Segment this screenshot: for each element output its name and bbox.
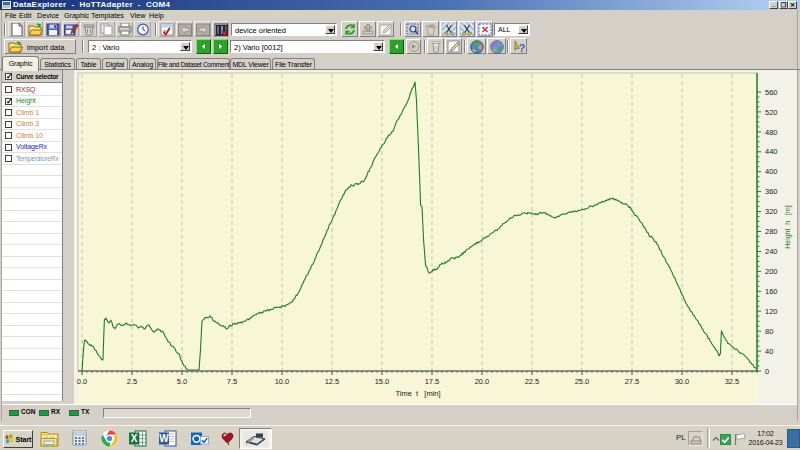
svg-text:40: 40 [765,347,773,356]
svg-text:200: 200 [765,267,778,276]
svg-text:2.5: 2.5 [127,377,137,386]
svg-text:400: 400 [765,167,778,176]
svg-text:440: 440 [765,147,778,156]
svg-text:7.5: 7.5 [227,377,237,386]
svg-text:80: 80 [765,327,773,336]
svg-text:?: ? [519,42,526,54]
svg-text:20.0: 20.0 [475,377,490,386]
svg-text:280: 280 [765,227,778,236]
svg-text:360: 360 [765,187,778,196]
svg-text:22.5: 22.5 [525,377,540,386]
svg-text:320: 320 [765,207,778,216]
svg-text:32.5: 32.5 [725,377,740,386]
svg-text:520: 520 [765,108,778,117]
svg-text:0.0: 0.0 [77,377,87,386]
svg-text:480: 480 [765,128,778,137]
svg-text:25.0: 25.0 [575,377,590,386]
svg-text:27.5: 27.5 [625,377,640,386]
svg-text:Time t [min]: Time t [min] [395,389,440,398]
svg-text:120: 120 [765,307,778,316]
svg-text:X: X [131,433,138,444]
svg-text:160: 160 [765,287,778,296]
svg-text:30.0: 30.0 [675,377,690,386]
svg-text:W: W [159,433,169,444]
svg-text:17.5: 17.5 [425,377,440,386]
svg-text:12.5: 12.5 [325,377,340,386]
svg-text:0: 0 [765,367,769,376]
svg-text:240: 240 [765,247,778,256]
svg-text:10.0: 10.0 [275,377,290,386]
svg-text:5.0: 5.0 [177,377,187,386]
svg-text:Height h [m]: Height h [m] [784,205,792,249]
svg-text:15.0: 15.0 [375,377,390,386]
svg-text:560: 560 [765,88,778,97]
